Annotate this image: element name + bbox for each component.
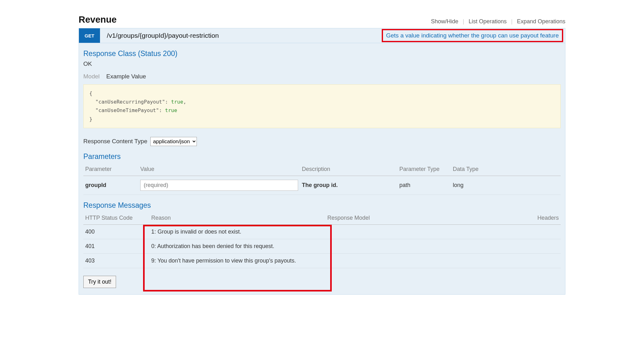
example-json-block[interactable]: { "canUseRecurringPayout": true, "canUse… [83, 84, 561, 128]
response-messages-heading: Response Messages [83, 201, 561, 210]
status-reason: 1: Group is invalid or does not exist. [149, 224, 325, 239]
col-parameter: Parameter [83, 163, 138, 176]
status-reason: 9: You don't have permission to view thi… [149, 253, 325, 268]
table-row: 400 1: Group is invalid or does not exis… [83, 224, 561, 239]
tab-model[interactable]: Model [83, 73, 100, 80]
param-data-type: long [451, 176, 561, 195]
status-code: 401 [83, 239, 149, 253]
table-row: groupId The group id. path long [83, 176, 561, 195]
response-content-type-label: Response Content Type [83, 138, 147, 144]
table-row: 401 0: Authorization has been denied for… [83, 239, 561, 253]
param-type: path [397, 176, 451, 195]
http-method-badge: GET [79, 28, 100, 43]
tab-example-value[interactable]: Example Value [106, 73, 146, 80]
list-operations-link[interactable]: List Operations [469, 18, 507, 25]
parameters-table: Parameter Value Description Parameter Ty… [83, 163, 561, 195]
col-headers: Headers [476, 212, 561, 225]
expand-operations-link[interactable]: Expand Operations [517, 18, 565, 25]
status-reason: 0: Authorization has been denied for thi… [149, 239, 325, 253]
response-messages-table: HTTP Status Code Reason Response Model H… [83, 212, 561, 268]
operation-header[interactable]: GET /v1/groups/{groupId}/payout-restrict… [79, 28, 565, 43]
operation-path: /v1/groups/{groupId}/payout-restriction [107, 32, 219, 39]
operation-summary: Gets a value indicating whether the grou… [386, 32, 559, 39]
operation-panel: GET /v1/groups/{groupId}/payout-restrict… [79, 28, 565, 295]
status-code: 400 [83, 224, 149, 239]
col-data-type: Data Type [451, 163, 561, 176]
schema-tabs: Model Example Value [83, 73, 561, 80]
response-content-type-select[interactable]: application/json [150, 137, 197, 146]
response-status-text: OK [83, 60, 561, 67]
parameters-heading: Parameters [83, 152, 561, 161]
table-row: 403 9: You don't have permission to view… [83, 253, 561, 268]
status-code: 403 [83, 253, 149, 268]
divider: | [463, 18, 464, 25]
param-description: The group id. [300, 176, 397, 195]
param-value-input[interactable] [140, 180, 298, 191]
col-http-status: HTTP Status Code [83, 212, 149, 225]
show-hide-link[interactable]: Show/Hide [431, 18, 458, 25]
try-it-out-button[interactable]: Try it out! [83, 276, 116, 288]
param-name: groupId [83, 176, 138, 195]
col-parameter-type: Parameter Type [397, 163, 451, 176]
col-response-model: Response Model [325, 212, 476, 225]
col-description: Description [300, 163, 397, 176]
highlight-annotation: Gets a value indicating whether the grou… [382, 29, 563, 42]
page-title: Revenue [79, 14, 117, 25]
divider: | [511, 18, 513, 25]
col-reason: Reason [149, 212, 325, 225]
col-value: Value [138, 163, 300, 176]
header-actions: Show/Hide | List Operations | Expand Ope… [431, 18, 565, 25]
response-class-heading: Response Class (Status 200) [83, 49, 561, 58]
